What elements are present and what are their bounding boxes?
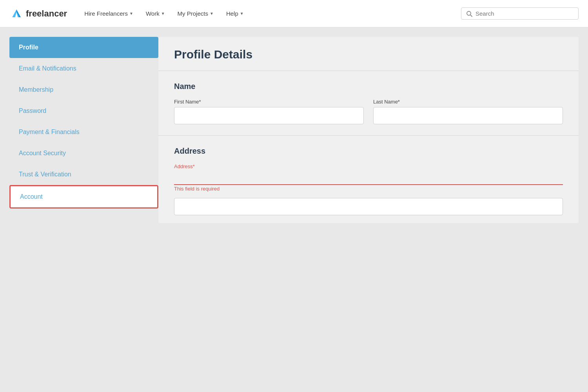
- address-input[interactable]: [174, 172, 563, 185]
- page-title: Profile Details: [174, 48, 563, 61]
- chevron-down-icon: ▼: [129, 11, 133, 16]
- first-name-label: First Name*: [174, 99, 364, 105]
- last-name-label: Last Name*: [373, 99, 563, 105]
- sidebar-item-payment[interactable]: Payment & Financials: [9, 122, 158, 143]
- first-name-field: First Name*: [174, 99, 364, 124]
- last-name-field: Last Name*: [373, 99, 563, 124]
- sidebar-item-email-notifications[interactable]: Email & Notifications: [9, 58, 158, 79]
- address-extra-input[interactable]: [174, 198, 563, 215]
- nav-work[interactable]: Work ▼: [141, 7, 170, 20]
- nav-my-projects[interactable]: My Projects ▼: [173, 7, 218, 20]
- page-title-section: Profile Details: [158, 37, 579, 71]
- sidebar-item-account-security[interactable]: Account Security: [9, 143, 158, 164]
- freelancer-logo-icon: [9, 7, 24, 21]
- logo-text: freelancer: [26, 9, 67, 19]
- name-section: Name First Name* Last Name*: [158, 71, 579, 136]
- first-name-input[interactable]: [174, 107, 364, 124]
- sidebar: Profile Email & Notifications Membership…: [9, 37, 158, 383]
- sidebar-item-trust[interactable]: Trust & Verification: [9, 164, 158, 185]
- page-layout: Profile Email & Notifications Membership…: [0, 27, 588, 392]
- address-section-title: Address: [174, 147, 563, 156]
- address-extra-field: [174, 198, 563, 215]
- last-name-input[interactable]: [373, 107, 563, 124]
- address-field: Address* This field is required: [174, 163, 563, 192]
- main-nav: Hire Freelancers ▼ Work ▼ My Projects ▼ …: [80, 7, 448, 20]
- name-section-title: Name: [174, 82, 563, 91]
- logo[interactable]: freelancer: [9, 7, 67, 21]
- content-card: Profile Details Name First Name* Last Na…: [158, 37, 579, 223]
- sidebar-item-profile[interactable]: Profile: [9, 37, 158, 58]
- header: freelancer Hire Freelancers ▼ Work ▼ My …: [0, 0, 588, 27]
- chevron-down-icon: ▼: [210, 11, 214, 16]
- address-section: Address Address* This field is required: [158, 136, 579, 223]
- sidebar-item-password[interactable]: Password: [9, 100, 158, 122]
- name-form-row: First Name* Last Name*: [174, 99, 563, 124]
- search-box[interactable]: [461, 7, 579, 20]
- search-input[interactable]: [475, 10, 573, 17]
- svg-line-3: [470, 15, 472, 16]
- sidebar-item-membership[interactable]: Membership: [9, 79, 158, 100]
- nav-hire-freelancers[interactable]: Hire Freelancers ▼: [80, 7, 138, 20]
- search-icon: [466, 11, 472, 17]
- address-label: Address*: [174, 163, 563, 169]
- chevron-down-icon: ▼: [161, 11, 165, 16]
- nav-help[interactable]: Help ▼: [221, 7, 249, 20]
- address-error-message: This field is required: [174, 186, 563, 192]
- main-content: Profile Details Name First Name* Last Na…: [158, 37, 579, 383]
- chevron-down-icon: ▼: [240, 11, 244, 16]
- sidebar-item-account[interactable]: Account: [9, 185, 158, 209]
